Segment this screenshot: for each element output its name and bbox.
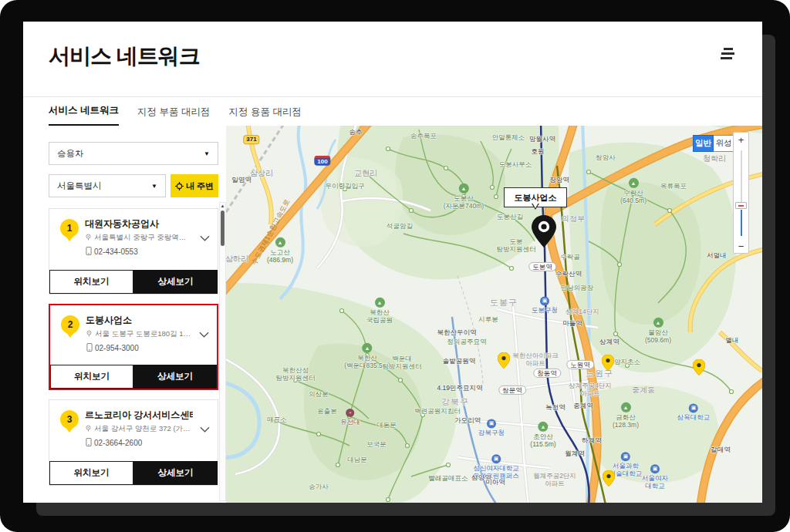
view-detail-button[interactable]: 상세보기 <box>133 461 218 485</box>
location-name: 르노코리아 강서서비스센터 ㈜ <box>85 409 193 422</box>
view-location-button[interactable]: 위치보기 <box>49 270 133 294</box>
map-type-toggle: 일반 위성 <box>693 135 734 152</box>
zoom-slider-handle[interactable] <box>735 202 747 209</box>
tab-bar: 서비스 네트워크 지정 부품 대리점 지정 용품 대리점 <box>23 96 762 126</box>
location-card-2-selected: 2 도봉사업소 서울 도봉구 도봉로180길 17 (도봉동)... 02-95… <box>49 304 218 390</box>
view-detail-button[interactable]: 상세보기 <box>133 365 217 389</box>
map-marker-pin[interactable] <box>603 470 615 487</box>
chevron-down-icon[interactable] <box>200 231 210 244</box>
location-address: 서울특별시 중랑구 중랑역로 7 (중화동)... <box>85 233 191 243</box>
chevron-down-icon: ▼ <box>204 150 210 157</box>
device-frame: 서비스 네트워크 서비스 네트워크 지정 부품 대리점 지정 용품 대리점 승용… <box>0 0 790 532</box>
view-location-button[interactable]: 위치보기 <box>49 461 133 485</box>
scrollbar-thumb[interactable] <box>221 210 225 246</box>
map-tooltip: 도봉사업소 <box>504 187 567 207</box>
location-pin-icon <box>86 330 93 337</box>
list-number-pin: 1 <box>60 219 79 237</box>
scrollbar-up-arrow[interactable]: ▲ <box>220 203 225 209</box>
zoom-slider-track[interactable] <box>734 148 748 239</box>
tab-parts-dealer[interactable]: 지정 부품 대리점 <box>137 106 210 126</box>
zoom-track-lower <box>741 210 742 236</box>
zoom-track-upper <box>741 150 742 203</box>
list-scrollbar[interactable]: ▲ <box>219 202 226 501</box>
location-card-3: 3 르노코리아 강서서비스센터 ㈜ 서울 강서구 양천로 372 (가양동)..… <box>49 399 218 486</box>
page-title: 서비스 네트워크 <box>49 42 200 71</box>
chevron-down-icon[interactable] <box>200 422 210 436</box>
locations-panel: 승용차 ▼ 서울특별시 ▼ 내 주변 1 대원자동차공업사 서울특별시 중랑구 … <box>49 137 218 503</box>
vehicle-type-select[interactable]: 승용차 ▼ <box>49 142 218 165</box>
location-phone: 02-3664-2600 <box>86 438 142 447</box>
map-canvas <box>226 126 762 503</box>
location-name: 도봉사업소 <box>86 314 194 327</box>
map-zoom-control: + − <box>733 132 749 254</box>
hamburger-menu-icon[interactable] <box>720 48 737 62</box>
view-location-button[interactable]: 위치보기 <box>50 365 133 389</box>
location-address: 서울 강서구 양천로 372 (가양동)... <box>85 424 191 434</box>
location-phone: 02-954-3000 <box>86 343 139 352</box>
location-card-1: 1 대원자동차공업사 서울특별시 중랑구 중랑역로 7 (중화동)... 02-… <box>49 208 218 295</box>
map-marker-pin[interactable] <box>693 359 705 375</box>
phone-icon <box>86 343 93 352</box>
region-select[interactable]: 서울특별시 ▼ <box>49 174 166 197</box>
zoom-in-button[interactable]: + <box>734 133 748 148</box>
app-window: 서비스 네트워크 서비스 네트워크 지정 부품 대리점 지정 용품 대리점 승용… <box>23 22 762 503</box>
phone-icon <box>86 247 92 255</box>
location-name: 대원자동차공업사 <box>85 217 193 231</box>
location-pin-icon <box>85 425 92 432</box>
location-phone: 02-434-0553 <box>86 247 138 256</box>
location-address: 서울 도봉구 도봉로180길 17 (도봉동)... <box>86 329 192 339</box>
map[interactable]: 송추371100삼상리일영역교현리우이령길입구석굴암길수도권제1순환고속도로노고… <box>226 126 762 503</box>
chevron-down-icon: ▼ <box>151 183 157 190</box>
map-marker-pin[interactable] <box>602 355 614 371</box>
location-pin-icon <box>85 234 92 241</box>
nearby-button-label: 내 주변 <box>186 180 214 192</box>
list-number-pin: 3 <box>60 410 79 429</box>
phone-icon <box>86 438 92 446</box>
map-type-normal-button[interactable]: 일반 <box>693 135 714 152</box>
map-type-satellite-button[interactable]: 위성 <box>714 135 734 152</box>
map-marker-pin[interactable] <box>498 352 510 369</box>
view-detail-button[interactable]: 상세보기 <box>133 270 218 294</box>
chevron-down-icon[interactable] <box>199 327 209 341</box>
list-number-pin: 2 <box>61 315 79 334</box>
vehicle-type-value: 승용차 <box>57 148 84 160</box>
zoom-out-button[interactable]: − <box>734 239 748 254</box>
selected-location-pin[interactable] <box>532 215 556 247</box>
nearby-button[interactable]: 내 주변 <box>170 174 218 197</box>
tab-goods-dealer[interactable]: 지정 용품 대리점 <box>228 106 301 126</box>
region-value: 서울특별시 <box>57 180 102 192</box>
tab-service-network[interactable]: 서비스 네트워크 <box>49 104 119 126</box>
crosshair-icon <box>175 182 184 190</box>
